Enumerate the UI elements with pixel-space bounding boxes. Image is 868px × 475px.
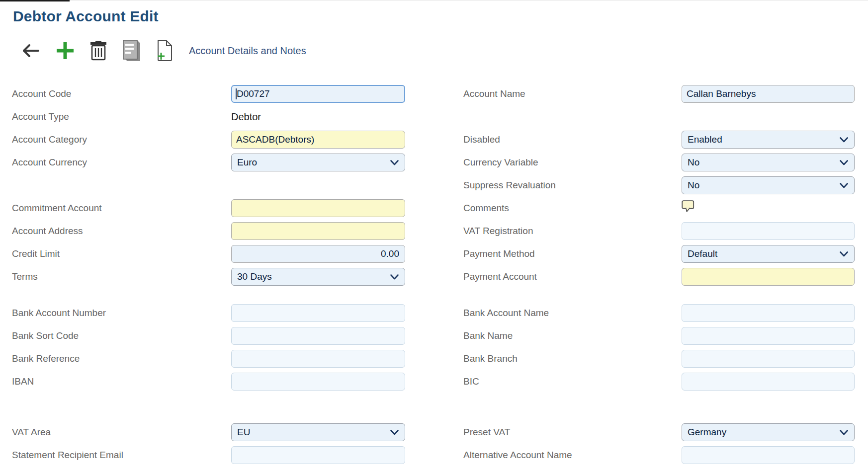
bank-sort-code-label: Bank Sort Code <box>12 330 231 341</box>
form-row: IBANBIC <box>12 370 868 393</box>
chevron-down-icon <box>839 159 849 166</box>
credit-limit-label: Credit Limit <box>12 248 231 259</box>
form-row: Account CategoryDisabledEnabled <box>12 128 868 151</box>
disabled-select[interactable]: Enabled <box>682 131 855 149</box>
account-address-input[interactable] <box>231 222 405 240</box>
preset-vat-label: Preset VAT <box>463 427 682 438</box>
vat-registration-field <box>682 222 855 240</box>
bank-account-name-input[interactable] <box>682 304 855 322</box>
delete-button[interactable] <box>89 40 107 62</box>
bank-reference-field <box>231 350 405 368</box>
vat-area-field: EU <box>231 423 405 441</box>
speech-bubble-glyph <box>682 200 695 213</box>
commitment-account-input[interactable] <box>231 199 405 217</box>
suppress-revaluation-selected-value: No <box>688 180 699 191</box>
preset-vat-selected-value: Germany <box>688 427 726 438</box>
preset-vat-field: Germany <box>682 423 855 441</box>
account-currency-selected-value: Euro <box>237 157 257 168</box>
form-group-vat-and-statement: VAT AreaEUPreset VATGermanyStatement Rec… <box>12 421 868 467</box>
form-row: Statement Recipient EmailAlternative Acc… <box>12 444 868 467</box>
bank-reference-input[interactable] <box>231 350 405 368</box>
text-cursor <box>236 88 237 99</box>
account-form: Account CodeAccount NameAccount TypeDebt… <box>0 82 868 467</box>
account-address-field <box>231 222 405 240</box>
bank-sort-code-input[interactable] <box>231 327 405 345</box>
form-row: Credit LimitPayment MethodDefault <box>12 242 868 265</box>
bank-name-input[interactable] <box>682 327 855 345</box>
chevron-down-icon <box>390 429 399 436</box>
back-arrow-icon <box>20 43 41 59</box>
alternative-account-name-field <box>682 446 855 464</box>
commitment-account-field <box>231 199 405 217</box>
account-details-notes-link[interactable]: Account Details and Notes <box>189 45 306 57</box>
account-category-label: Account Category <box>12 134 231 145</box>
comments-label: Comments <box>463 203 682 214</box>
suppress-revaluation-field: No <box>682 176 855 194</box>
form-row: Terms30 DaysPayment Account <box>12 265 868 288</box>
bank-account-number-input[interactable] <box>231 304 405 322</box>
form-row: Account AddressVAT Registration <box>12 220 868 242</box>
account-code-input[interactable] <box>231 85 405 103</box>
account-name-input[interactable] <box>682 85 855 103</box>
bank-account-number-field <box>231 304 405 322</box>
alternative-account-name-input[interactable] <box>682 446 855 464</box>
terms-label: Terms <box>12 271 231 282</box>
bic-field <box>682 373 855 391</box>
currency-variable-select[interactable]: No <box>682 154 855 171</box>
form-row: VAT AreaEUPreset VATGermany <box>12 421 868 444</box>
chevron-down-icon <box>390 274 399 280</box>
form-group-general: Account CodeAccount NameAccount TypeDebt… <box>12 82 868 288</box>
comments-bubble-icon[interactable] <box>682 199 695 217</box>
bank-account-name-field <box>682 304 855 322</box>
chevron-down-icon <box>839 251 849 257</box>
add-document-button[interactable] <box>156 40 173 62</box>
iban-field <box>231 373 405 391</box>
add-button[interactable] <box>55 40 76 61</box>
statement-recipient-email-input[interactable] <box>231 446 405 464</box>
credit-limit-field <box>231 245 405 263</box>
vat-registration-input[interactable] <box>682 222 855 240</box>
alternative-account-name-label: Alternative Account Name <box>463 450 682 461</box>
account-currency-field: Euro <box>231 154 405 171</box>
notes-ledger-icon <box>121 39 142 62</box>
iban-label: IBAN <box>12 376 231 387</box>
account-type-label: Account Type <box>12 111 231 122</box>
currency-variable-selected-value: No <box>688 157 699 168</box>
account-currency-select[interactable]: Euro <box>231 154 405 171</box>
account-name-field <box>682 85 855 103</box>
back-button[interactable] <box>20 43 41 59</box>
vat-registration-label: VAT Registration <box>463 226 682 237</box>
iban-input[interactable] <box>231 373 405 391</box>
bank-name-field <box>682 327 855 345</box>
terms-selected-value: 30 Days <box>237 271 272 282</box>
payment-account-input[interactable] <box>682 268 855 286</box>
terms-select[interactable]: 30 Days <box>231 268 405 286</box>
payment-method-select[interactable]: Default <box>682 245 855 263</box>
form-row: Account CurrencyEuroCurrency VariableNo <box>12 151 868 174</box>
bic-input[interactable] <box>682 373 855 391</box>
bank-account-name-label: Bank Account Name <box>463 308 682 318</box>
chevron-down-icon <box>839 182 849 189</box>
account-category-field <box>231 131 405 149</box>
suppress-revaluation-label: Suppress Revaluation <box>463 180 682 191</box>
statement-recipient-email-label: Statement Recipient Email <box>12 450 231 461</box>
suppress-revaluation-select[interactable]: No <box>682 176 855 194</box>
notes-button[interactable] <box>121 39 142 62</box>
form-row: Bank Account NumberBank Account Name <box>12 302 868 324</box>
preset-vat-select[interactable]: Germany <box>682 423 855 441</box>
comments-field <box>682 199 855 217</box>
account-type-value: Debtor <box>231 111 261 123</box>
form-row: Bank ReferenceBank Branch <box>12 347 868 370</box>
credit-limit-input[interactable] <box>231 245 405 263</box>
account-category-input[interactable] <box>231 131 405 149</box>
vat-area-select[interactable]: EU <box>231 423 405 441</box>
bank-branch-label: Bank Branch <box>463 353 682 364</box>
terms-field: 30 Days <box>231 268 405 286</box>
bank-branch-input[interactable] <box>682 350 855 368</box>
window-top-border <box>0 0 868 0</box>
account-name-label: Account Name <box>463 88 682 99</box>
currency-variable-field: No <box>682 154 855 171</box>
bank-account-number-label: Bank Account Number <box>12 308 231 318</box>
chevron-down-icon <box>390 159 399 166</box>
statement-recipient-email-field <box>231 446 405 464</box>
